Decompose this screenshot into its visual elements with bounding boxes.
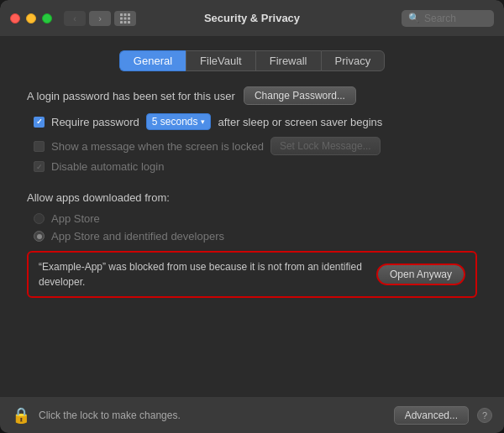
disable-auto-login-checkbox[interactable] [34, 161, 45, 172]
nav-buttons: ‹ › [64, 11, 111, 26]
blocked-message-row: “Example-App” was blocked from use becau… [27, 251, 477, 298]
window-title: Security & Privacy [204, 12, 300, 24]
show-message-checkbox[interactable] [34, 141, 45, 152]
tab-privacy[interactable]: Privacy [321, 50, 386, 71]
tab-general[interactable]: General [119, 50, 186, 71]
set-lock-message-button[interactable]: Set Lock Message... [270, 137, 381, 155]
app-store-identified-label: App Store and identified developers [51, 230, 224, 243]
svg-rect-7 [124, 21, 127, 23]
require-password-row: Require password 5 seconds ▾ after sleep… [34, 113, 477, 130]
dropdown-arrow-icon: ▾ [201, 117, 205, 126]
lock-message-text: Click the lock to make changes. [39, 410, 386, 421]
disable-auto-login-label: Disable automatic login [51, 160, 164, 173]
svg-rect-4 [124, 17, 127, 19]
require-password-label: Require password [51, 116, 139, 128]
svg-rect-2 [128, 13, 130, 16]
grid-button[interactable] [114, 11, 136, 26]
tab-bar: General FileVault Firewall Privacy [20, 50, 484, 71]
svg-rect-1 [124, 13, 127, 16]
svg-rect-3 [120, 17, 123, 19]
tab-filevault[interactable]: FileVault [186, 50, 255, 71]
app-store-identified-radio[interactable] [34, 231, 45, 242]
app-store-radio[interactable] [34, 213, 45, 224]
general-content: A login password has been set for this u… [20, 86, 484, 298]
blocked-message-text: “Example-App” was blocked from use becau… [39, 259, 368, 290]
svg-rect-8 [128, 21, 130, 23]
svg-rect-0 [120, 13, 123, 16]
require-password-checkbox[interactable] [34, 117, 45, 128]
forward-button[interactable]: › [89, 11, 111, 26]
minimize-button[interactable] [26, 13, 36, 23]
app-store-label: App Store [51, 212, 100, 225]
after-sleep-label: after sleep or screen saver begins [218, 116, 382, 128]
close-button[interactable] [10, 13, 20, 23]
svg-rect-6 [120, 21, 123, 23]
svg-rect-5 [128, 17, 130, 19]
open-anyway-button[interactable]: Open Anyway [376, 263, 465, 285]
bottom-bar: 🔒 Click the lock to make changes. Advanc… [0, 396, 504, 433]
disable-auto-login-row: Disable automatic login [34, 160, 477, 173]
password-label: A login password has been set for this u… [27, 90, 235, 102]
seconds-dropdown[interactable]: 5 seconds ▾ [146, 113, 212, 130]
advanced-button[interactable]: Advanced... [394, 406, 469, 425]
back-button[interactable]: ‹ [64, 11, 86, 26]
change-password-button[interactable]: Change Password... [244, 86, 356, 105]
app-store-identified-option-row: App Store and identified developers [34, 230, 477, 243]
app-store-option-row: App Store [34, 212, 477, 225]
tab-firewall[interactable]: Firewall [255, 50, 321, 71]
password-row: A login password has been set for this u… [27, 86, 477, 105]
allow-apps-title: Allow apps downloaded from: [27, 191, 477, 204]
help-button[interactable]: ? [477, 408, 492, 423]
main-content: General FileVault Firewall Privacy A log… [0, 37, 504, 396]
allow-apps-section: Allow apps downloaded from: App Store Ap… [27, 191, 477, 298]
traffic-lights [10, 13, 52, 23]
lock-icon[interactable]: 🔒 [12, 406, 30, 425]
search-input[interactable] [424, 13, 491, 24]
seconds-value: 5 seconds [152, 116, 198, 128]
maximize-button[interactable] [42, 13, 52, 23]
search-icon: 🔍 [408, 13, 420, 23]
show-message-label: Show a message when the screen is locked [51, 140, 264, 153]
show-message-row: Show a message when the screen is locked… [34, 137, 477, 155]
titlebar: ‹ › Security & Privacy 🔍 [0, 0, 504, 37]
search-box[interactable]: 🔍 [402, 10, 494, 27]
